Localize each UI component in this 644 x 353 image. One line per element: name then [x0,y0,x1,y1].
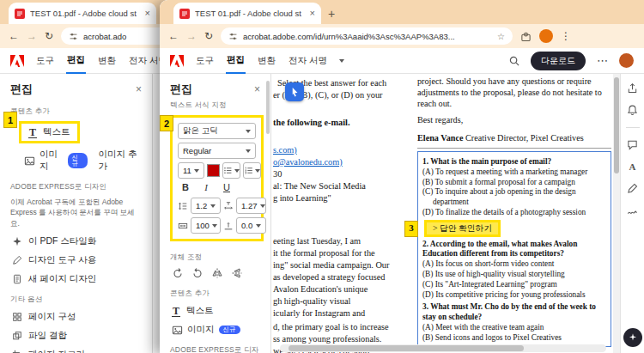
design-tools-button[interactable]: 디자인 도구 사용 [0,251,152,270]
chevron-down-icon[interactable] [339,59,344,63]
organize-pages-button[interactable]: 페이지 구성 [0,307,152,326]
doc-line: 30 [273,168,417,180]
signature-name: Elena Vance [417,133,464,143]
tab-close-icon[interactable]: × [310,9,315,18]
new-tab-button[interactable]: + [328,7,335,21]
site-info-icon[interactable] [228,32,238,41]
font-color-swatch[interactable] [207,164,220,177]
close-icon[interactable]: × [254,83,260,95]
doc-line: as developed a strategy focused [273,271,417,283]
draw-pen-icon[interactable] [627,183,638,194]
font-family-select[interactable]: 맑은 고딕 [178,123,256,139]
browser-profile-avatar[interactable] [539,29,553,43]
acrobat-profile-avatar[interactable] [619,53,634,68]
email-link[interactable]: o@avalonedu.com) [273,156,417,168]
bell-icon[interactable] [627,105,638,116]
answer-check-link[interactable]: 3 > 답안 확인하기 [424,220,501,237]
close-icon[interactable]: × [136,83,142,95]
section-other-options: 기타 옵션 [0,289,152,307]
extensions-puzzle-icon[interactable] [520,31,532,42]
forward-icon[interactable]: → [27,31,37,41]
url-field[interactable]: acrobat.adobe.com/id/urn%3Aaaid%3Asc%3AA… [221,27,513,45]
text-note-icon[interactable]: A [629,161,636,172]
reload-icon[interactable]: ↻ [204,31,213,41]
image-button[interactable]: 이미지 신규 [160,320,270,339]
nav-tools[interactable]: 도구 [35,49,55,73]
underline-button[interactable]: U [221,182,233,192]
font-style-select[interactable]: Regular [178,143,256,159]
stylize-pdf-button[interactable]: 이 PDF 스타일화 [0,232,152,251]
text-button[interactable]: T 텍스트 [160,301,270,320]
signature-icon[interactable] [627,205,638,216]
back-icon[interactable]: ← [168,31,179,41]
tab-close-icon[interactable]: × [145,9,150,18]
new-page-design-button[interactable]: 새 페이지 디자인 [0,270,152,289]
back-browser-tab[interactable]: TEST 01.pdf - Adobe cloud st × [9,3,156,24]
horizontal-scale-select[interactable]: 100 [191,217,221,234]
doc-line: Avalon Education's unique [273,283,417,295]
front-browser-tab[interactable]: TEST 01.pdf - Adobe cloud st × [173,3,321,24]
comment-icon[interactable] [627,139,638,150]
italic-button[interactable]: I [200,182,212,192]
font-size-select[interactable]: 11 [178,162,204,179]
char-spacing-value: 1.27 [241,201,258,210]
email-link[interactable]: s.com) [273,144,417,156]
back-icon[interactable]: ← [9,31,19,41]
pdf-favicon [179,9,190,19]
search-icon[interactable] [509,56,519,66]
line-spacing-select[interactable]: 1.2 [191,198,221,214]
rotate-left-icon[interactable] [172,267,184,279]
nav-edit[interactable]: 편집 [226,48,246,74]
nav-convert[interactable]: 변환 [257,49,276,73]
new-page-icon [12,274,22,284]
nav-tools[interactable]: 도구 [195,49,215,73]
nav-esign[interactable]: 전자 서명 [288,49,328,73]
forward-icon[interactable]: → [186,31,197,41]
numbered-list-button[interactable] [243,162,261,179]
express-description: 이제 Acrobat 구독에 포함된 Adobe Express 를 사용하여 … [0,195,152,232]
panel-scrollbar[interactable] [266,81,270,134]
horizontal-scrollbar[interactable] [280,344,606,352]
vertical-scrollbar-thumb[interactable] [614,77,619,173]
export-icon[interactable] [627,82,638,94]
bullet-list-button[interactable] [222,162,240,179]
annotation-label-3: 3 [404,221,418,237]
text-button[interactable]: T 텍스트 [19,121,80,143]
vertical-scrollbar[interactable] [613,74,620,353]
image-button[interactable]: 이미지 [39,149,64,173]
nav-edit[interactable]: 편집 [66,48,86,74]
rotate-right-icon[interactable] [191,267,204,279]
site-info-icon[interactable] [69,32,78,41]
ai-assistant-button[interactable] [623,328,642,347]
bookmark-star-icon[interactable]: ☆ [497,32,505,41]
reload-icon[interactable]: ↻ [45,31,53,41]
more-options-icon[interactable]: ⋯ [597,54,608,67]
char-spacing-select[interactable]: 1.27 [236,198,266,214]
tab-title: TEST 01.pdf - Adobe cloud st [195,9,305,18]
combine-files-button[interactable]: 파일 결합 [0,326,152,345]
flip-vertical-icon[interactable] [231,267,243,279]
option: (B) Send icons and logos to Pixel Creati… [422,333,606,344]
sparkle-icon [12,236,22,246]
nav-convert[interactable]: 변환 [97,49,117,73]
crop-pages-button[interactable]: 페이지 자르기 [0,345,152,353]
chevron-down-icon [246,149,251,153]
browser-menu-icon[interactable]: ⋮ [561,30,571,42]
baseline-offset-value: 0.0 [241,221,252,230]
doc-line: al: The New Social Media [273,180,417,192]
image-add-button[interactable]: 이미지 추가 [99,149,140,173]
doc-line: ing" social media campaign. Our [273,259,417,271]
front-address-bar: ← → ↻ acrobat.adobe.com/id/urn%3Aaaid%3A… [160,24,644,48]
pdf-document: Select the best answer for each er (A), … [271,74,613,353]
text-button-label: 텍스트 [186,305,214,317]
bullet-list-icon [223,166,233,175]
flip-horizontal-icon[interactable] [211,267,223,279]
questions-frame[interactable]: 1. What is the main purpose of email? (A… [417,151,611,347]
option: (A) To request a meeting with a marketin… [422,167,606,178]
select-tool-button[interactable] [285,82,304,101]
horizontal-scrollbar-thumb[interactable] [289,345,524,351]
image-button-label: 이미지 [187,324,215,336]
download-button[interactable]: 다운로드 [531,52,586,70]
baseline-offset-select[interactable]: 0.0 [236,217,266,234]
bold-button[interactable]: B [179,182,191,192]
